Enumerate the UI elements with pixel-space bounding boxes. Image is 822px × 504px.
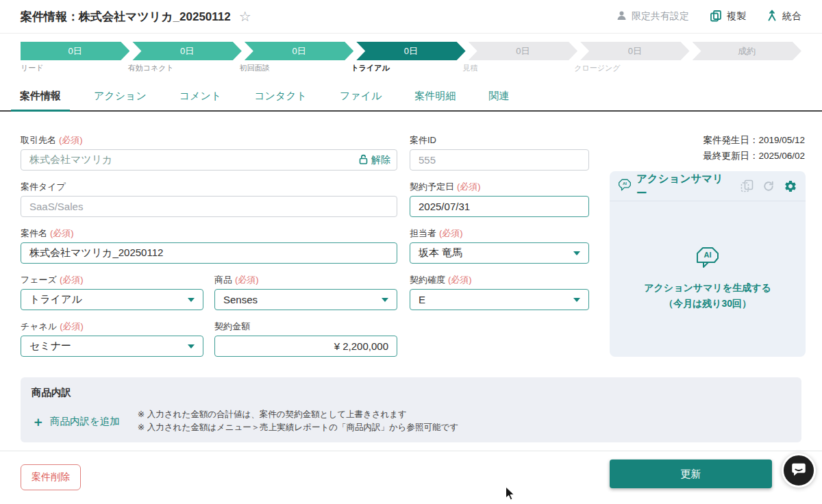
field-label: 契約確度 bbox=[410, 275, 445, 285]
duplicate-button[interactable]: 複製 bbox=[710, 10, 746, 24]
stage-days: 0日 bbox=[292, 45, 306, 58]
field-label: 商品 bbox=[214, 275, 232, 285]
probability-select[interactable]: E bbox=[410, 289, 589, 310]
account-name-field: 取引先名(必須) 解除 bbox=[21, 134, 397, 171]
merge-button[interactable]: 統合 bbox=[767, 10, 801, 23]
add-product-breakdown-button[interactable]: ＋ 商品内訳を追加 bbox=[32, 415, 120, 428]
field-label: 担当者 bbox=[410, 228, 436, 238]
phase-labels: リード 有効コネクト 初回面談 トライアル 見積 クロージング bbox=[21, 63, 801, 73]
phase-field: フェーズ(必須) トライアル bbox=[21, 274, 203, 310]
delete-deal-button[interactable]: 案件削除 bbox=[21, 464, 81, 490]
person-icon bbox=[616, 10, 627, 23]
stage-days: 0日 bbox=[628, 45, 642, 58]
stage-days: 0日 bbox=[180, 45, 194, 58]
stage-name: リード bbox=[21, 63, 44, 73]
required-mark: (必須) bbox=[457, 181, 481, 192]
required-mark: (必須) bbox=[60, 321, 84, 331]
stage-name: 有効コネクト bbox=[128, 63, 174, 73]
owner-field: 担当者(必須) 坂本 竜馬 bbox=[410, 227, 589, 264]
amount-field: 契約金額 bbox=[214, 320, 397, 357]
required-mark: (必須) bbox=[448, 275, 472, 285]
stage-days: 0日 bbox=[404, 45, 418, 58]
deal-name-input[interactable] bbox=[21, 242, 397, 264]
field-label: 契約金額 bbox=[214, 321, 250, 331]
tab-contacts[interactable]: コンタクト bbox=[245, 83, 316, 112]
tab-files[interactable]: ファイル bbox=[331, 83, 390, 112]
lock-icon bbox=[359, 154, 368, 166]
deal-type-input bbox=[21, 196, 397, 217]
tab-actions[interactable]: アクション bbox=[85, 83, 155, 112]
action-summary-title: アクションサマリー bbox=[636, 172, 732, 201]
tab-deal-lines[interactable]: 案件明細 bbox=[406, 83, 464, 112]
plus-icon: ＋ bbox=[32, 415, 45, 428]
phase-pipeline: 0日 0日 0日 0日 0日 0日 成約 リード 有効コネクト 初回面談 トライ… bbox=[21, 42, 801, 73]
field-label: フェーズ bbox=[21, 275, 57, 285]
tab-comments[interactable]: コメント bbox=[171, 83, 230, 112]
probability-field: 契約確度(必須) E bbox=[410, 274, 589, 310]
stage-days: 0日 bbox=[516, 45, 530, 58]
contract-date-field: 契約予定日(必須) bbox=[410, 181, 589, 217]
deal-dates: 案件発生日：2019/05/12 最終更新日：2025/06/02 bbox=[562, 132, 805, 164]
refresh-icon[interactable] bbox=[762, 180, 775, 192]
deal-type-field: 案件タイプ bbox=[21, 181, 397, 217]
pipeline-stage-lead[interactable]: 0日 bbox=[21, 42, 129, 60]
chevron-down-icon bbox=[188, 298, 195, 302]
account-name-input[interactable] bbox=[21, 149, 397, 171]
chat-icon bbox=[790, 460, 808, 481]
ai-bubble-icon-large: AI bbox=[695, 246, 720, 272]
channel-select[interactable]: セミナー bbox=[21, 336, 203, 357]
field-label: 契約予定日 bbox=[410, 181, 454, 192]
pipeline-stage-trial[interactable]: 0日 bbox=[356, 42, 465, 60]
field-label: 案件ID bbox=[410, 135, 436, 145]
merge-icon bbox=[767, 10, 777, 23]
pipeline-stage-won[interactable]: 成約 bbox=[693, 42, 801, 60]
created-date: 案件発生日：2019/05/12 bbox=[562, 132, 805, 148]
tab-related[interactable]: 関連 bbox=[480, 83, 518, 112]
page-header: 案件情報：株式会社マツリカ_20250112 ☆ 限定共有設定 複製 統合 bbox=[0, 0, 822, 34]
field-label: 取引先名 bbox=[21, 135, 56, 145]
note-line: ※ 入力された金額の合計値は、案件の契約金額として上書きされます bbox=[138, 408, 458, 421]
footer-bar: 案件削除 更新 bbox=[0, 451, 822, 504]
phase-bar: 0日 0日 0日 0日 0日 0日 成約 bbox=[21, 42, 801, 60]
action-summary-panel: AI アクションサマリー AI アクションサマリを生成する （今月は残り30回） bbox=[610, 171, 806, 357]
phase-select[interactable]: トライアル bbox=[21, 289, 203, 310]
favorite-star-icon[interactable]: ☆ bbox=[239, 10, 251, 23]
required-mark: (必須) bbox=[235, 275, 259, 285]
pipeline-stage-quote[interactable]: 0日 bbox=[469, 42, 577, 60]
page-title: 案件情報：株式会社マツリカ_20250112 bbox=[21, 9, 231, 25]
pipeline-stage-connect[interactable]: 0日 bbox=[132, 42, 241, 60]
chevron-down-icon bbox=[573, 298, 580, 302]
amount-input[interactable] bbox=[214, 336, 397, 357]
tab-deal-info[interactable]: 案件情報 bbox=[11, 83, 70, 112]
stage-name: 見積 bbox=[462, 63, 477, 73]
pipeline-stage-closing[interactable]: 0日 bbox=[580, 42, 689, 60]
product-select[interactable]: Senses bbox=[214, 289, 397, 310]
field-label: 案件名 bbox=[21, 228, 47, 238]
product-field: 商品(必須) Senses bbox=[214, 274, 397, 310]
chevron-down-icon bbox=[573, 251, 580, 255]
chevron-down-icon bbox=[188, 344, 195, 349]
action-summary-header: AI アクションサマリー bbox=[610, 171, 806, 201]
required-mark: (必須) bbox=[59, 135, 83, 145]
limited-share-button[interactable]: 限定共有設定 bbox=[616, 10, 689, 23]
required-mark: (必須) bbox=[60, 275, 84, 285]
owner-select[interactable]: 坂本 竜馬 bbox=[410, 242, 589, 264]
contract-date-input[interactable] bbox=[410, 196, 589, 217]
copy-icon bbox=[710, 10, 722, 24]
unlock-button[interactable]: 解除 bbox=[359, 154, 390, 166]
generate-summary-button[interactable]: AI アクションサマリを生成する （今月は残り30回） bbox=[610, 201, 806, 356]
stage-label: 成約 bbox=[738, 45, 756, 58]
chat-widget-button[interactable] bbox=[782, 453, 816, 488]
stage-name: トライアル bbox=[351, 63, 390, 73]
gear-icon[interactable] bbox=[784, 179, 797, 193]
copy-summary-icon[interactable] bbox=[740, 179, 754, 192]
ai-bubble-icon: AI bbox=[618, 178, 632, 194]
product-breakdown-section: 商品内訳 ＋ 商品内訳を追加 ※ 入力された金額の合計値は、案件の契約金額として… bbox=[21, 377, 801, 442]
tab-bar: 案件情報 アクション コメント コンタクト ファイル 案件明細 関連 bbox=[0, 83, 822, 112]
generate-summary-label: アクションサマリを生成する bbox=[644, 280, 771, 296]
update-button[interactable]: 更新 bbox=[610, 459, 772, 488]
generate-summary-quota: （今月は残り30回） bbox=[644, 296, 771, 312]
pipeline-stage-first-meeting[interactable]: 0日 bbox=[245, 42, 353, 60]
chevron-down-icon bbox=[382, 298, 388, 302]
stage-name: 初回面談 bbox=[240, 63, 270, 73]
